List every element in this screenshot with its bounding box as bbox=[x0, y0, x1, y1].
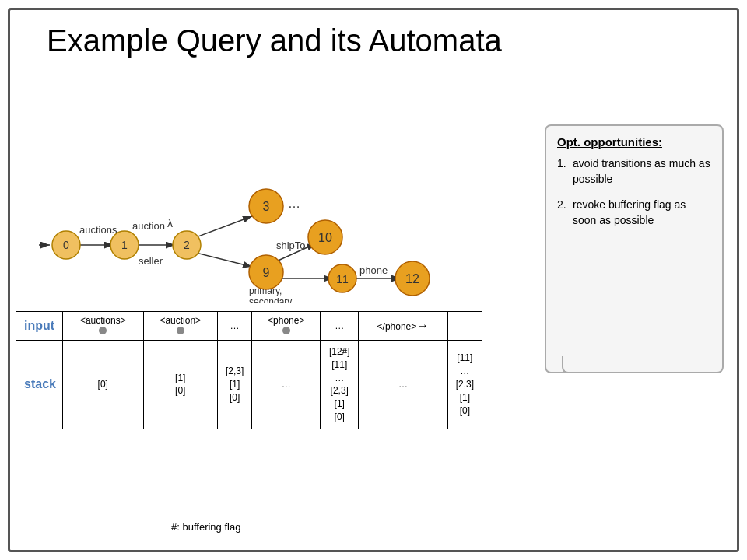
automata-diagram: auctions auction λ seller shipTo primary… bbox=[23, 101, 475, 303]
svg-text:auctions: auctions bbox=[79, 224, 117, 236]
stack-cell-2: [2,3][1][0] bbox=[217, 341, 251, 429]
svg-text:secondary: secondary bbox=[249, 296, 292, 303]
input-cell-ellipsis2: … bbox=[321, 312, 359, 341]
svg-text:λ: λ bbox=[167, 217, 173, 229]
svg-line-9 bbox=[196, 253, 252, 267]
buffering-note: #: buffering flag bbox=[171, 521, 240, 533]
notepad-item-2: revoke buffering flag as soon as possibl… bbox=[557, 198, 711, 228]
input-stack-table: input <auctions> <auction> … <phone> … <… bbox=[16, 311, 482, 429]
stack-cell-ellipsis2: … bbox=[359, 341, 448, 429]
stack-cell-1: [1][0] bbox=[143, 341, 217, 429]
notepad-panel: Opt. opportunities: avoid transitions as… bbox=[545, 124, 724, 373]
svg-text:…: … bbox=[288, 197, 300, 210]
input-cell-auctions: <auctions> bbox=[63, 312, 144, 341]
stack-cell-end: [11]…[2,3][1][0] bbox=[447, 341, 482, 429]
input-cell-ellipsis1: … bbox=[217, 312, 251, 341]
svg-text:auction: auction bbox=[132, 220, 165, 232]
svg-text:2: 2 bbox=[184, 239, 190, 251]
input-cell-phone: <phone> bbox=[252, 312, 321, 341]
svg-text:0: 0 bbox=[63, 239, 69, 251]
svg-text:9: 9 bbox=[263, 266, 270, 279]
svg-text:seller: seller bbox=[139, 255, 163, 267]
svg-text:11: 11 bbox=[336, 273, 349, 285]
svg-line-8 bbox=[196, 216, 252, 237]
svg-text:phone: phone bbox=[359, 264, 388, 276]
svg-text:12: 12 bbox=[405, 272, 419, 285]
input-row-label: input bbox=[16, 312, 63, 341]
slide-title: Example Query and its Automata bbox=[47, 23, 502, 58]
notepad-title: Opt. opportunities: bbox=[557, 135, 711, 149]
input-cell-closetag: </phone>→ bbox=[359, 312, 448, 341]
stack-cell-ellipsis: … bbox=[252, 341, 321, 429]
svg-text:3: 3 bbox=[263, 200, 270, 213]
svg-text:1: 1 bbox=[121, 239, 128, 251]
input-cell-auction: <auction> bbox=[143, 312, 217, 341]
stack-cell-deep: [12#][11]…[2,3][1][0] bbox=[321, 341, 359, 429]
stack-cell-0: [0] bbox=[63, 341, 144, 429]
notepad-item-1: avoid transitions as much as possible bbox=[557, 156, 711, 187]
svg-text:shipTo: shipTo bbox=[276, 240, 306, 251]
notepad-list: avoid transitions as much as possible re… bbox=[557, 156, 711, 228]
svg-text:10: 10 bbox=[318, 231, 332, 244]
stack-row-label: stack bbox=[16, 341, 63, 429]
